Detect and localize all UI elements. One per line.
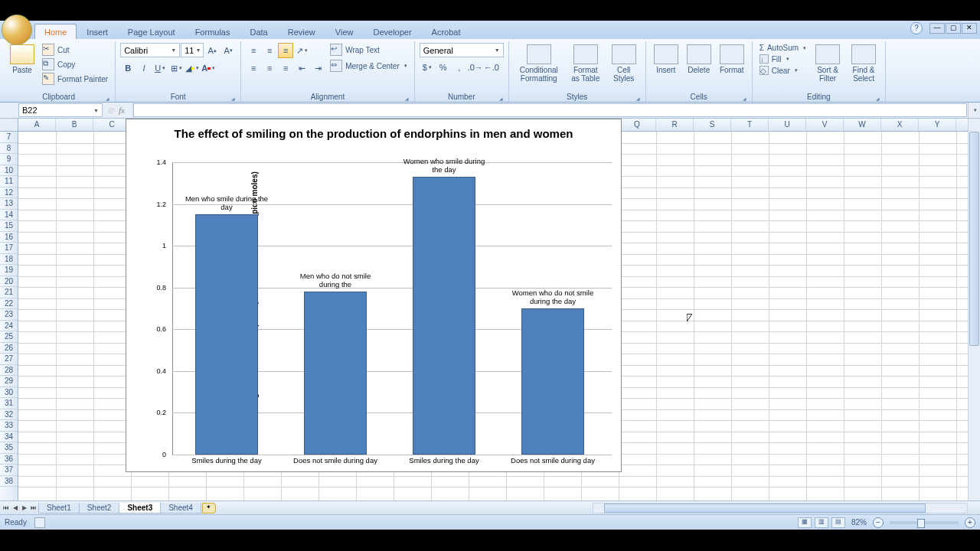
merge-center-button[interactable]: ⇔Merge & Center▾ — [328, 59, 410, 73]
bold-button[interactable]: B — [120, 60, 136, 76]
row-header[interactable]: 24 — [0, 321, 18, 332]
format-as-table-button[interactable]: Format as Table — [567, 43, 605, 91]
help-icon[interactable]: ? — [910, 22, 923, 34]
tab-review[interactable]: Review — [278, 24, 325, 39]
formula-input[interactable] — [133, 103, 967, 117]
row-header[interactable]: 11 — [0, 176, 18, 187]
fx-button[interactable]: ⊘fx — [103, 103, 133, 118]
increase-indent-button[interactable]: ⇥ — [310, 60, 325, 76]
tab-page-layout[interactable]: Page Layout — [118, 24, 185, 39]
zoom-slider[interactable] — [890, 521, 959, 524]
maximize-button[interactable]: ▢ — [946, 23, 961, 34]
currency-button[interactable]: $▾ — [420, 60, 435, 75]
format-painter-button[interactable]: ✎Format Painter — [40, 72, 110, 86]
new-sheet-button[interactable]: ✦ — [202, 503, 216, 514]
column-header[interactable]: B — [56, 119, 93, 131]
minimize-button[interactable]: — — [929, 23, 945, 34]
align-left-button[interactable]: ≡ — [246, 60, 261, 76]
underline-button[interactable]: U▾ — [152, 60, 168, 76]
number-format-select[interactable]: General▼ — [420, 43, 504, 57]
border-button[interactable]: ⊞▾ — [168, 60, 184, 76]
decrease-indent-button[interactable]: ⇤ — [294, 60, 309, 76]
insert-button[interactable]: Insert — [651, 43, 681, 91]
office-button[interactable] — [2, 15, 32, 45]
sheet-tab-sheet3[interactable]: Sheet3 — [119, 503, 161, 514]
bar[interactable] — [304, 292, 367, 455]
normal-view-button[interactable]: ▦ — [798, 517, 812, 528]
tab-acrobat[interactable]: Acrobat — [422, 24, 471, 39]
row-header[interactable]: 18 — [0, 254, 18, 266]
grow-font-button[interactable]: A▴ — [204, 43, 220, 58]
font-size-select[interactable]: 11▼ — [181, 43, 204, 57]
column-header[interactable]: W — [844, 119, 881, 131]
row-header[interactable]: 20 — [0, 276, 18, 288]
horizontal-scrollbar[interactable] — [593, 503, 968, 514]
select-all-button[interactable] — [0, 119, 18, 132]
zoom-in-button[interactable]: + — [965, 517, 975, 528]
tab-developer[interactable]: Developer — [363, 24, 421, 39]
find-select-button[interactable]: Find & Select — [847, 43, 880, 91]
align-right-button[interactable]: ≡ — [278, 60, 293, 76]
embedded-chart[interactable]: The effect of smiling on the production … — [126, 119, 622, 472]
decrease-decimal-button[interactable]: ←.0 — [484, 60, 499, 75]
row-header[interactable]: 17 — [0, 243, 18, 254]
format-button[interactable]: Format — [717, 43, 747, 91]
column-header[interactable]: T — [731, 119, 769, 131]
bar[interactable] — [413, 177, 475, 455]
next-sheet-button[interactable]: ▶ — [20, 503, 29, 514]
shrink-font-button[interactable]: A▾ — [220, 43, 236, 58]
column-header[interactable]: V — [806, 119, 844, 131]
column-header[interactable]: Y — [919, 119, 956, 131]
row-header[interactable]: 12 — [0, 187, 18, 199]
row-header[interactable]: 35 — [0, 442, 18, 454]
bar[interactable] — [195, 214, 258, 455]
sheet-tab-sheet4[interactable]: Sheet4 — [160, 503, 201, 514]
conditional-formatting-button[interactable]: Conditional Formatting — [514, 43, 564, 91]
font-color-button[interactable]: A▾ — [201, 60, 216, 76]
row-header[interactable]: 27 — [0, 354, 18, 365]
last-sheet-button[interactable]: ⏭ — [29, 503, 38, 514]
row-header[interactable]: 9 — [0, 154, 18, 165]
align-top-button[interactable]: ≡ — [246, 43, 261, 58]
sort-filter-button[interactable]: Sort & Filter — [811, 43, 844, 91]
delete-button[interactable]: Delete — [684, 43, 714, 91]
macro-record-icon[interactable] — [34, 517, 45, 528]
tab-formulas[interactable]: Formulas — [185, 24, 240, 39]
row-header[interactable]: 31 — [0, 398, 18, 409]
fill-color-button[interactable]: ◢▾ — [185, 60, 200, 76]
fill-button[interactable]: ↓Fill▾ — [757, 54, 808, 64]
cut-button[interactable]: ✂Cut — [40, 43, 110, 57]
tab-view[interactable]: View — [325, 24, 364, 39]
sheet-tab-sheet2[interactable]: Sheet2 — [79, 503, 120, 514]
row-header[interactable]: 10 — [0, 165, 18, 177]
row-header[interactable]: 26 — [0, 343, 18, 354]
cell-styles-button[interactable]: Cell Styles — [607, 43, 641, 91]
orientation-button[interactable]: ↗▾ — [294, 43, 309, 58]
row-header[interactable]: 14 — [0, 210, 18, 221]
row-header[interactable]: 33 — [0, 420, 18, 432]
first-sheet-button[interactable]: ⏮ — [2, 503, 11, 514]
column-header[interactable]: X — [881, 119, 919, 131]
column-header[interactable]: U — [769, 119, 806, 131]
column-header[interactable]: S — [694, 119, 731, 131]
column-header[interactable]: A — [18, 119, 56, 131]
row-header[interactable]: 38 — [0, 476, 18, 487]
align-middle-button[interactable]: ≡ — [262, 43, 277, 58]
sheet-tab-sheet1[interactable]: Sheet1 — [38, 503, 80, 514]
autosum-button[interactable]: ΣAutoSum▾ — [757, 43, 808, 53]
row-header[interactable]: 8 — [0, 143, 18, 155]
zoom-out-button[interactable]: − — [873, 517, 884, 528]
copy-button[interactable]: ⧉Copy — [40, 57, 110, 71]
row-header[interactable]: 13 — [0, 198, 18, 210]
row-header[interactable]: 21 — [0, 287, 18, 298]
row-header[interactable]: 16 — [0, 232, 18, 243]
row-header[interactable]: 32 — [0, 409, 18, 421]
row-header[interactable]: 28 — [0, 365, 18, 377]
row-header[interactable]: 23 — [0, 309, 18, 321]
page-layout-view-button[interactable]: ▥ — [815, 517, 828, 528]
row-header[interactable]: 7 — [0, 132, 18, 143]
prev-sheet-button[interactable]: ◀ — [11, 503, 20, 514]
increase-decimal-button[interactable]: .0→ — [468, 60, 483, 75]
row-header[interactable]: 29 — [0, 376, 18, 387]
tab-data[interactable]: Data — [240, 24, 277, 39]
